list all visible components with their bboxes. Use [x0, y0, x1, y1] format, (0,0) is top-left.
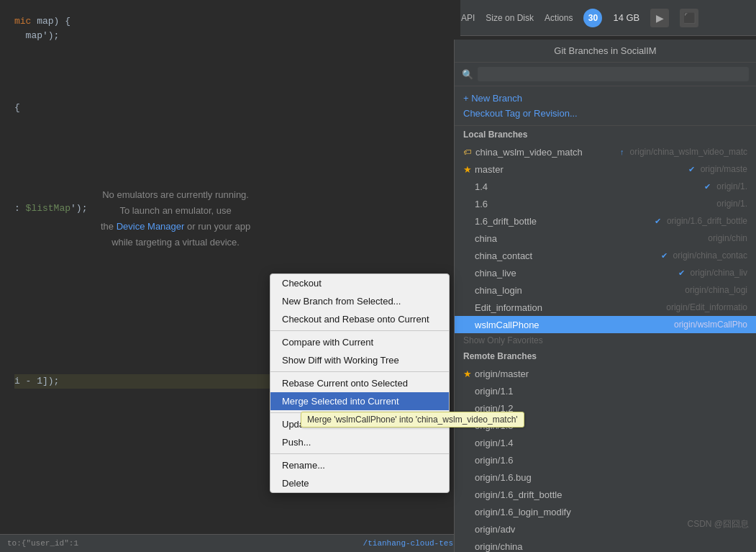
- git-branches-panel: Git Branches in SocialIM 🔍 + New Branch …: [454, 40, 756, 552]
- top-toolbar: API Size on Disk Actions 30 14 GB ▶ ⬛: [454, 0, 756, 36]
- git-panel-title: Git Branches in SocialIM: [455, 40, 756, 63]
- bottom-bar: to:{"user_id":1 /tianhang-cloud-tes: [0, 534, 460, 552]
- remote-branches-header: Remote Branches: [455, 348, 756, 365]
- ctx-show-diff[interactable]: Show Diff with Working Tree: [270, 351, 449, 369]
- device-badge: 30: [583, 9, 602, 27]
- local-branches-header: Local Branches: [455, 126, 756, 143]
- bottom-text1: to:{"user_id":1: [7, 539, 78, 548]
- star-icon-remote-master: ★: [463, 368, 472, 379]
- remote-origin-master[interactable]: ★ origin/master: [455, 365, 756, 382]
- remote-origin-1-6-bug[interactable]: origin/1.6.bug: [455, 469, 756, 486]
- branch-1-4[interactable]: 1.4 ✔ origin/1.: [455, 178, 756, 195]
- merge-tooltip: Merge 'wslmCallPhone' into 'china_wslm_v…: [301, 412, 524, 427]
- remote-origin-1-1[interactable]: origin/1.1: [455, 382, 756, 399]
- branch-1-6[interactable]: 1.6 origin/1.: [455, 195, 756, 212]
- star-icon-master: ★: [463, 164, 472, 175]
- remote-origin-1-4[interactable]: origin/1.4: [455, 434, 756, 451]
- ctx-sep-2: [270, 371, 449, 372]
- remote-origin-china[interactable]: origin/china: [455, 538, 756, 552]
- device-manager-link[interactable]: Device Manager: [117, 221, 185, 232]
- ctx-compare[interactable]: Compare with Current: [270, 333, 449, 351]
- watermark: CSDN @囧囧息: [687, 518, 749, 530]
- bottom-text2: /tianhang-cloud-tes: [363, 539, 453, 548]
- context-menu: Checkout New Branch from Selected... Che…: [270, 273, 450, 493]
- ctx-push[interactable]: Push...: [270, 433, 449, 451]
- ctx-delete[interactable]: Delete: [270, 474, 449, 492]
- branch-master[interactable]: ★ master ✔ origin/maste: [455, 160, 756, 178]
- branch-1-6-drift[interactable]: 1.6_drift_bottle ✔ origin/1.6_drift_bott…: [455, 212, 756, 230]
- new-branch-action[interactable]: + New Branch: [463, 91, 747, 106]
- branch-wslm-call-phone[interactable]: ☆ wslmCallPhone origin/wslmCallPho: [455, 316, 756, 333]
- branch-edit-info[interactable]: Edit_information origin/Edit_informatio: [455, 299, 756, 316]
- branch-china-login[interactable]: china_login origin/china_logi: [455, 281, 756, 299]
- branch-china-live[interactable]: china_live ✔ origin/china_liv: [455, 264, 756, 281]
- ctx-sep-4: [270, 453, 449, 454]
- ctx-checkout[interactable]: Checkout: [270, 274, 449, 292]
- ctx-checkout-rebase[interactable]: Checkout and Rebase onto Current: [270, 310, 449, 328]
- git-search-bar: 🔍: [455, 63, 756, 86]
- branch-china-wslm[interactable]: 🏷 china_wslm_video_match ↑ origin/china_…: [455, 143, 756, 160]
- search-icon: 🔍: [462, 69, 473, 80]
- api-label: API: [461, 13, 475, 23]
- git-search-input[interactable]: [478, 67, 749, 81]
- remote-origin-1-6[interactable]: origin/1.6: [455, 451, 756, 469]
- branch-china[interactable]: china origin/chin: [455, 230, 756, 247]
- play-button[interactable]: ▶: [650, 9, 669, 27]
- storage-size: 14 GB: [613, 12, 639, 23]
- emulator-line1: No emulators are currently running.: [101, 187, 250, 203]
- show-only-favorites[interactable]: Show Only Favorites: [455, 333, 756, 348]
- remote-origin-1-6-drift[interactable]: origin/1.6_drift_bottle: [455, 486, 756, 503]
- git-actions: + New Branch Checkout Tag or Revision...: [455, 86, 756, 126]
- checkout-tag-action[interactable]: Checkout Tag or Revision...: [463, 106, 747, 121]
- folder-button[interactable]: ⬛: [680, 9, 698, 27]
- ctx-rebase-current[interactable]: Rebase Current onto Selected: [270, 374, 449, 392]
- size-label: Size on Disk: [486, 13, 534, 23]
- ctx-new-branch[interactable]: New Branch from Selected...: [270, 292, 449, 310]
- emulator-line2: To launch an emulator, use: [101, 203, 250, 219]
- ctx-rename[interactable]: Rename...: [270, 456, 449, 474]
- emulator-line5: while targeting a virtual device.: [101, 235, 250, 250]
- emulator-panel: No emulators are currently running. To l…: [101, 187, 250, 250]
- branch-china-contact[interactable]: china_contact ✔ origin/china_contac: [455, 247, 756, 264]
- star-empty-wslm: ☆: [463, 320, 472, 330]
- emulator-line3: the Device Manager or run your app: [101, 219, 250, 235]
- ctx-sep-1: [270, 330, 449, 331]
- ctx-merge-selected[interactable]: Merge Selected into Current: [270, 392, 449, 410]
- actions-label: Actions: [545, 13, 573, 23]
- tag-icon: 🏷: [463, 148, 471, 156]
